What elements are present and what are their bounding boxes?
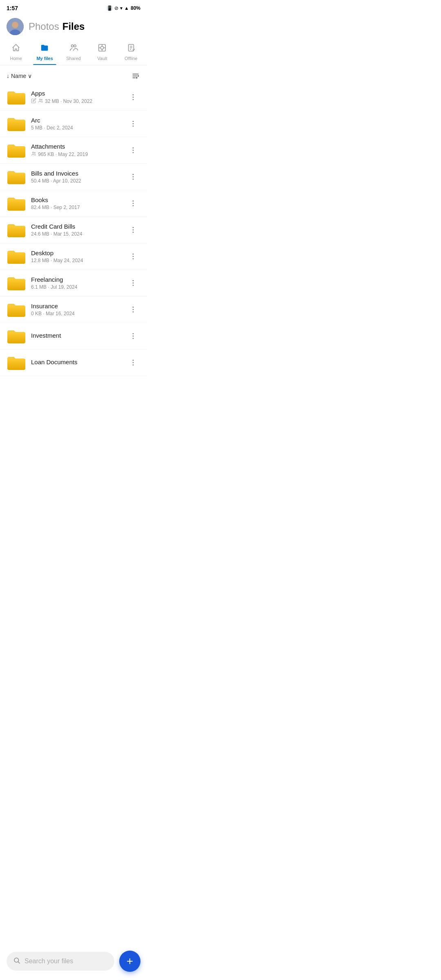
- svg-point-57: [133, 365, 134, 366]
- svg-point-33: [133, 152, 134, 154]
- file-name: Investment: [31, 332, 121, 339]
- file-list: Apps 32 MB · Nov 30, 2022: [0, 84, 147, 417]
- tab-myfiles-label: My files: [36, 56, 53, 61]
- vault-icon: [98, 43, 107, 54]
- more-options-button[interactable]: [126, 116, 140, 131]
- list-item[interactable]: Books 82.4 MB · Sep 2, 2017: [0, 190, 147, 217]
- tab-myfiles[interactable]: My files: [30, 40, 59, 65]
- vibrate-icon: 📳: [107, 5, 113, 11]
- file-meta-text: 965 KB · May 22, 2019: [38, 151, 88, 157]
- svg-point-53: [133, 336, 134, 337]
- more-options-button[interactable]: [126, 90, 140, 105]
- files-tab-label[interactable]: Files: [62, 21, 85, 32]
- list-item[interactable]: Attachments 965 KB · May 22, 2019: [0, 137, 147, 164]
- file-info: Arc 5 MB · Dec 2, 2024: [31, 117, 121, 131]
- svg-point-38: [133, 203, 134, 204]
- file-name: Arc: [31, 117, 121, 124]
- signal-icon: ▲: [124, 5, 129, 11]
- svg-point-52: [133, 333, 134, 334]
- svg-point-48: [133, 285, 134, 286]
- myfiles-icon: [40, 43, 49, 54]
- wifi-icon: ▾: [120, 5, 122, 11]
- list-item[interactable]: Loan Documents: [0, 350, 147, 376]
- svg-point-56: [133, 362, 134, 363]
- list-item[interactable]: Apps 32 MB · Nov 30, 2022: [0, 84, 147, 111]
- more-options-button[interactable]: [126, 169, 140, 184]
- svg-point-27: [133, 123, 134, 125]
- file-name: Insurance: [31, 303, 121, 310]
- svg-point-44: [133, 256, 134, 257]
- tab-shared[interactable]: Shared: [59, 40, 88, 65]
- sort-button[interactable]: ↓ Name ∨: [7, 73, 32, 79]
- file-info: Insurance 0 KB · Mar 16, 2024: [31, 303, 121, 316]
- svg-point-35: [133, 176, 134, 178]
- folder-icon: [7, 328, 26, 344]
- tab-shared-label: Shared: [66, 56, 80, 61]
- list-item[interactable]: Bills and Invoices 50.4 MB · Apr 10, 202…: [0, 164, 147, 190]
- file-name: Bills and Invoices: [31, 170, 121, 177]
- more-options-button[interactable]: [126, 276, 140, 290]
- file-name: Credit Card Bills: [31, 223, 121, 230]
- home-icon: [11, 43, 20, 54]
- shared-icon: [69, 43, 78, 54]
- file-meta: 965 KB · May 22, 2019: [31, 151, 121, 158]
- avatar[interactable]: [7, 18, 24, 35]
- filter-button[interactable]: [131, 71, 140, 81]
- folder-icon: [7, 222, 26, 238]
- svg-point-22: [41, 99, 42, 100]
- svg-point-55: [133, 360, 134, 361]
- svg-point-20: [136, 77, 138, 79]
- sort-chevron-icon: ∨: [28, 73, 32, 79]
- svg-point-42: [133, 232, 134, 233]
- status-icons: 📳 ⊘ ▾ ▲ 80%: [107, 5, 140, 11]
- offline-icon: [127, 43, 136, 54]
- svg-point-54: [133, 338, 134, 339]
- file-info: Freelancing 6.1 MB · Jul 19, 2024: [31, 276, 121, 290]
- svg-point-47: [133, 283, 134, 284]
- file-meta: 50.4 MB · Apr 10, 2022: [31, 178, 121, 184]
- file-name: Freelancing: [31, 276, 121, 283]
- svg-point-24: [133, 97, 134, 98]
- list-item[interactable]: Investment: [0, 323, 147, 350]
- file-meta: 24.6 MB · Mar 15, 2024: [31, 231, 121, 237]
- list-item[interactable]: Insurance 0 KB · Mar 16, 2024: [0, 296, 147, 323]
- file-name: Desktop: [31, 249, 121, 256]
- file-meta-text: 5 MB · Dec 2, 2024: [31, 125, 73, 131]
- svg-point-28: [133, 126, 134, 127]
- folder-icon: [7, 301, 26, 318]
- svg-point-4: [71, 45, 74, 47]
- tab-home[interactable]: Home: [2, 40, 30, 65]
- svg-point-25: [133, 99, 134, 100]
- more-options-button[interactable]: [126, 143, 140, 158]
- list-item[interactable]: Desktop 12.8 MB · May 24, 2024: [0, 243, 147, 270]
- svg-point-31: [133, 147, 134, 149]
- file-meta-text: 6.1 MB · Jul 19, 2024: [31, 284, 77, 290]
- file-info: Credit Card Bills 24.6 MB · Mar 15, 2024: [31, 223, 121, 237]
- svg-point-37: [133, 200, 134, 202]
- more-options-button[interactable]: [126, 302, 140, 317]
- file-meta: 6.1 MB · Jul 19, 2024: [31, 284, 121, 290]
- more-options-button[interactable]: [126, 329, 140, 343]
- file-info: Investment: [31, 332, 121, 340]
- svg-point-30: [34, 152, 36, 154]
- svg-point-39: [133, 205, 134, 207]
- tab-offline-label: Offline: [125, 56, 138, 61]
- svg-point-36: [133, 179, 134, 180]
- more-options-button[interactable]: [126, 249, 140, 264]
- more-options-button[interactable]: [126, 196, 140, 211]
- file-meta-text: 82.4 MB · Sep 2, 2017: [31, 205, 80, 210]
- list-item[interactable]: Arc 5 MB · Dec 2, 2024: [0, 111, 147, 137]
- folder-icon: [7, 89, 26, 105]
- list-item[interactable]: Freelancing 6.1 MB · Jul 19, 2024: [0, 270, 147, 296]
- more-options-button[interactable]: [126, 223, 140, 237]
- header-title: Photos Files: [29, 21, 85, 32]
- file-name: Loan Documents: [31, 359, 121, 365]
- svg-point-3: [12, 22, 18, 28]
- file-meta: 5 MB · Dec 2, 2024: [31, 125, 121, 131]
- list-item[interactable]: Credit Card Bills 24.6 MB · Mar 15, 2024: [0, 217, 147, 243]
- more-options-button[interactable]: [126, 355, 140, 370]
- tab-offline[interactable]: Offline: [117, 40, 145, 65]
- photos-tab-label[interactable]: Photos: [29, 21, 59, 32]
- svg-point-7: [101, 46, 104, 49]
- tab-vault[interactable]: Vault: [88, 40, 116, 65]
